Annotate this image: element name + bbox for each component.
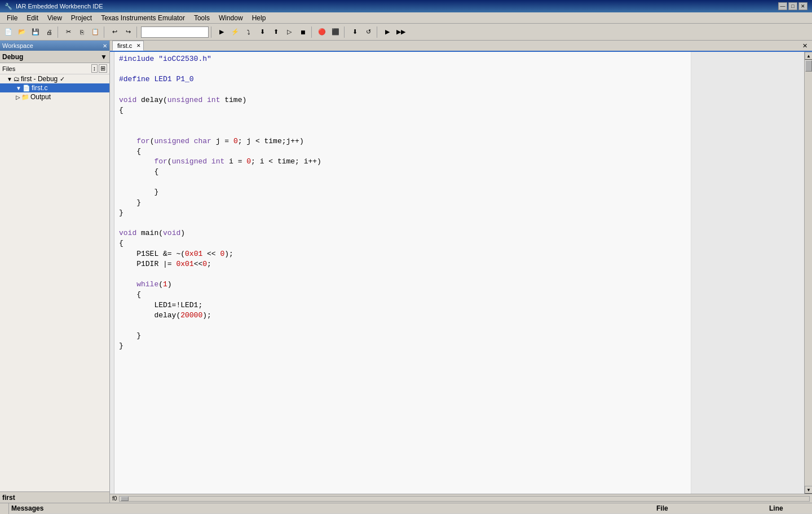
minimize-button[interactable]: —: [778, 2, 787, 10]
copy-button[interactable]: ⎘: [76, 26, 88, 38]
paste-button[interactable]: 📋: [89, 26, 102, 38]
scroll-thumb[interactable]: [805, 60, 812, 72]
files-icon-2[interactable]: ⊞: [99, 64, 107, 73]
toolbar-sep-6: [344, 26, 346, 38]
menu-bar: File Edit View Project Texas Instruments…: [0, 12, 812, 24]
line-gutter: [110, 52, 114, 494]
menu-ti-emulator[interactable]: Texas Instruments Emulator: [96, 13, 189, 23]
build-columns-header: Messages File Line: [9, 503, 812, 514]
new-file-button[interactable]: 📄: [2, 26, 15, 38]
toolbar-sep-7: [377, 26, 379, 38]
run-button[interactable]: ▷: [283, 26, 295, 38]
debug-button[interactable]: ⚡: [229, 26, 241, 38]
file-icon: 📄: [23, 85, 30, 92]
project-icon: 🗂: [14, 76, 20, 82]
menu-edit[interactable]: Edit: [22, 13, 43, 23]
title-bar-left: 🔧 IAR Embedded Workbench IDE: [5, 3, 103, 10]
toolbar-sep-1: [58, 26, 60, 38]
build-panel: Build Messages File Line Building config…: [0, 503, 812, 514]
menu-tools[interactable]: Tools: [189, 13, 214, 23]
col-messages: Messages: [9, 504, 654, 513]
debug-dropdown-arrow[interactable]: ▼: [100, 53, 107, 61]
maximize-button[interactable]: □: [788, 2, 797, 10]
redo-button[interactable]: ↪: [122, 26, 134, 38]
editor-bottom-bar: f0: [110, 494, 812, 503]
main-layout: Workspace ✕ Debug ▼ Files ↕ ⊞ ▼ 🗂 first …: [0, 41, 812, 503]
close-button[interactable]: ✕: [798, 2, 807, 10]
project-label: first - Debug: [21, 75, 58, 83]
scroll-up-button[interactable]: ▲: [805, 52, 812, 60]
editor-tabs: first.c ✕ ✕: [110, 41, 812, 52]
title-bar: 🔧 IAR Embedded Workbench IDE — □ ✕: [0, 0, 812, 12]
file-label: first.c: [32, 84, 48, 92]
files-header: Files ↕ ⊞: [0, 63, 109, 74]
editor-right-close[interactable]: ✕: [800, 41, 810, 51]
compile-button[interactable]: ▶: [215, 26, 228, 38]
step-into-button[interactable]: ⬇: [256, 26, 268, 38]
files-icon-1[interactable]: ↕: [91, 64, 98, 73]
download-button[interactable]: ⬇: [348, 26, 361, 38]
file-expand-icon: ▼: [16, 85, 21, 91]
horizontal-scrollbar[interactable]: [119, 496, 810, 502]
app-title: IAR Embedded Workbench IDE: [16, 3, 103, 10]
menu-project[interactable]: Project: [67, 13, 96, 23]
toolbar-sep-5: [311, 26, 314, 38]
build-content-area: Messages File Line Building configuratio…: [9, 503, 812, 514]
file-tree: ▼ 🗂 first - Debug ✓ ▼ 📄 first.c ▷ 📁 Outp…: [0, 74, 109, 491]
save-button[interactable]: 💾: [29, 26, 42, 38]
toolbar-sep-2: [104, 26, 106, 38]
col-file: File: [654, 504, 767, 513]
toolbar: 📄 📂 💾 🖨 ✂ ⎘ 📋 ↩ ↪ ▶ ⚡ ⤵ ⬇ ⬆ ▷ ⏹ 🔴 ⬛ ⬇ ↺ …: [0, 24, 812, 41]
code-container[interactable]: #include "ioCC2530.h" #define LED1 P1_0 …: [110, 52, 812, 494]
go-button[interactable]: ▶: [381, 26, 394, 38]
reset-button[interactable]: ↺: [362, 26, 374, 38]
tab-label: first.c: [117, 42, 132, 49]
workspace-header: Workspace ✕: [0, 41, 109, 51]
active-indicator: ✓: [60, 76, 65, 83]
debug-dropdown[interactable]: Debug ▼: [0, 51, 109, 63]
tree-item-firstc[interactable]: ▼ 📄 first.c: [0, 83, 109, 92]
output-expand-icon: ▷: [16, 94, 20, 100]
menu-view[interactable]: View: [43, 13, 67, 23]
stop-button[interactable]: ⏹: [297, 26, 309, 38]
step-over-button[interactable]: ⤵: [242, 26, 255, 38]
open-file-button[interactable]: 📂: [16, 26, 28, 38]
editor-tab-firstc[interactable]: first.c ✕: [112, 41, 144, 51]
breakpoints-button[interactable]: ⬛: [329, 26, 342, 38]
workspace-bottom-label: first: [0, 491, 109, 503]
files-label: Files: [2, 65, 15, 72]
editor-area: first.c ✕ ✕ #include "ioCC2530.h" #defin…: [110, 41, 812, 503]
tab-close-button[interactable]: ✕: [136, 43, 141, 48]
toolbar-sep-3: [136, 26, 139, 38]
menu-file[interactable]: File: [2, 13, 22, 23]
toolbar-sep-4: [211, 26, 213, 38]
scroll-down-button[interactable]: ▼: [805, 486, 812, 494]
col-line: Line: [767, 504, 812, 513]
go2-button[interactable]: ▶▶: [395, 26, 407, 38]
output-icon: 📁: [21, 94, 29, 101]
editor-scrollbar[interactable]: ▲ ▼: [804, 52, 812, 494]
cut-button[interactable]: ✂: [62, 26, 74, 38]
code-editor[interactable]: #include "ioCC2530.h" #define LED1 P1_0 …: [114, 52, 691, 494]
breakpoint-button[interactable]: 🔴: [316, 26, 328, 38]
workspace-close-button[interactable]: ✕: [103, 43, 107, 49]
menu-window[interactable]: Window: [214, 13, 248, 23]
workspace-label: Workspace: [2, 42, 33, 49]
step-out-button[interactable]: ⬆: [270, 26, 282, 38]
tree-item-output[interactable]: ▷ 📁 Output: [0, 92, 109, 101]
project-name-label: first: [2, 494, 15, 502]
h-scroll-thumb[interactable]: [121, 497, 129, 501]
build-messages-area: Build Messages File Line Building config…: [0, 503, 812, 514]
menu-help[interactable]: Help: [248, 13, 271, 23]
files-icons: ↕ ⊞: [91, 64, 108, 73]
undo-button[interactable]: ↩: [108, 26, 121, 38]
app-icon: 🔧: [5, 3, 12, 10]
bottom-bar-icon: f0: [112, 495, 117, 502]
expand-icon: ▼: [7, 76, 12, 82]
build-tab-side: Build: [0, 503, 9, 514]
print-button[interactable]: 🖨: [43, 26, 55, 38]
title-bar-buttons[interactable]: — □ ✕: [778, 2, 807, 10]
workspace-panel: Workspace ✕ Debug ▼ Files ↕ ⊞ ▼ 🗂 first …: [0, 41, 110, 503]
config-dropdown[interactable]: [141, 26, 209, 38]
tree-item-project[interactable]: ▼ 🗂 first - Debug ✓: [0, 74, 109, 83]
